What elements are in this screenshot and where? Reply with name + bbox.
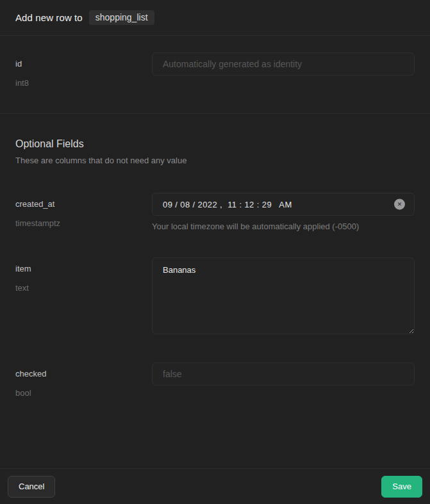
id-input[interactable] <box>152 53 415 76</box>
field-labels-created-at: created_at timestamptz <box>15 193 152 228</box>
cancel-button[interactable]: Cancel <box>8 476 55 498</box>
table-name-badge: shopping_list <box>89 10 154 25</box>
field-control-created-at: 09 / 08 / 2022 , 11 : 12 : 29 AM ✕ Your … <box>152 193 415 231</box>
created-at-value: 09 / 08 / 2022 , 11 : 12 : 29 AM <box>163 200 292 209</box>
field-name-item: item <box>15 264 152 273</box>
optional-fields-section: Optional Fields These are columns that d… <box>0 114 430 398</box>
field-row-item: item text Bananas <box>0 257 430 337</box>
field-name-checked: checked <box>15 369 152 378</box>
save-button[interactable]: Save <box>381 476 422 498</box>
field-type-created-at: timestamptz <box>15 218 152 228</box>
optional-fields-heading-wrap: Optional Fields These are columns that d… <box>0 138 430 165</box>
field-control-item: Bananas <box>152 257 415 337</box>
optional-fields-subtitle: These are columns that do not need any v… <box>15 156 415 165</box>
panel-content: id int8 Optional Fields These are column… <box>0 36 430 468</box>
field-labels-item: item text <box>15 257 152 293</box>
timezone-helper-text: Your local timezone will be automaticall… <box>152 222 415 231</box>
field-row-created-at: created_at timestamptz 09 / 08 / 2022 , … <box>0 193 430 231</box>
panel-title: Add new row to <box>15 12 83 23</box>
field-labels-checked: checked bool <box>15 362 152 398</box>
field-row-id: id int8 <box>0 53 430 88</box>
created-at-datetime-input[interactable]: 09 / 08 / 2022 , 11 : 12 : 29 AM ✕ <box>152 193 415 216</box>
circle-x-icon: ✕ <box>397 202 402 207</box>
add-row-panel: Add new row to shopping_list id int8 Opt… <box>0 0 430 504</box>
checked-input[interactable] <box>152 362 415 386</box>
field-control-id <box>152 53 415 76</box>
field-type-id: int8 <box>15 78 152 88</box>
field-type-item: text <box>15 283 152 293</box>
field-name-id: id <box>15 59 152 69</box>
clear-datetime-button[interactable]: ✕ <box>394 199 405 210</box>
panel-footer: Cancel Save <box>0 468 430 504</box>
field-type-checked: bool <box>15 388 152 398</box>
panel-header: Add new row to shopping_list <box>0 0 430 36</box>
field-labels-id: id int8 <box>15 53 152 88</box>
item-textarea[interactable]: Bananas <box>152 257 415 334</box>
required-fields-section: id int8 <box>0 36 430 114</box>
field-control-checked <box>152 362 415 386</box>
field-row-checked: checked bool <box>0 362 430 398</box>
optional-fields-title: Optional Fields <box>15 138 415 150</box>
field-name-created-at: created_at <box>15 199 152 209</box>
